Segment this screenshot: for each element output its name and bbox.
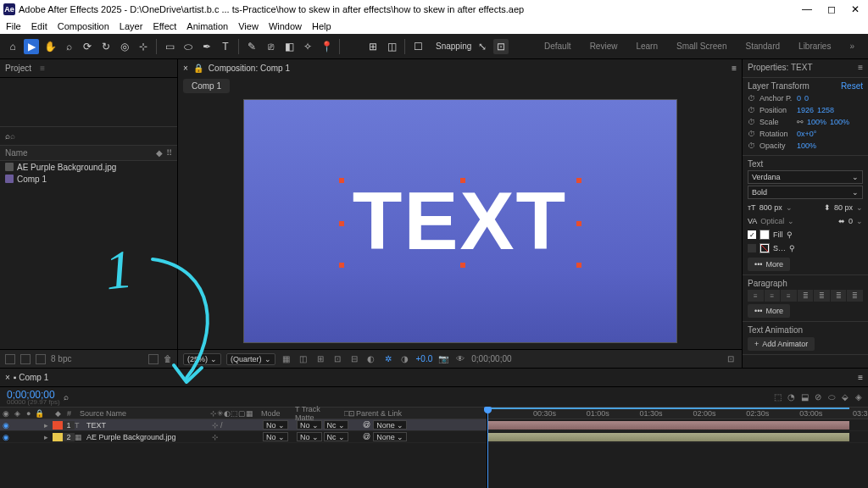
anchor-x[interactable]: 0	[797, 94, 801, 103]
stopwatch-icon[interactable]: ⏱	[748, 118, 756, 126]
justify-center[interactable]: ≣	[814, 290, 830, 302]
pickwhip-icon[interactable]: @	[363, 432, 370, 441]
color-mgmt-icon[interactable]: ✲	[382, 353, 394, 365]
maximize-button[interactable]: ◻	[827, 3, 836, 15]
snap-mode-icon[interactable]: ⊡	[493, 39, 509, 54]
tl-comp-icon[interactable]: ⬚	[771, 391, 783, 403]
layer-color[interactable]	[53, 421, 63, 430]
show-snapshot-icon[interactable]: 👁	[454, 353, 466, 365]
panel-menu-icon[interactable]: ≡	[40, 64, 45, 73]
rotate-tool[interactable]: ↻	[98, 39, 114, 54]
workspace-overflow[interactable]: »	[841, 38, 863, 54]
comp-breadcrumb[interactable]: Comp 1	[183, 79, 230, 93]
stroke-swatch[interactable]	[760, 243, 770, 253]
layer-name[interactable]: AE Purple Background.jpg	[85, 433, 212, 441]
col-mode[interactable]: Mode	[259, 409, 292, 418]
col-track[interactable]: T Track Matte	[292, 405, 342, 422]
stroke-checkbox[interactable]	[748, 244, 756, 252]
col-parent[interactable]: Parent & Link	[353, 409, 404, 418]
zoom-tool[interactable]: ⌕	[61, 39, 76, 54]
layer-track[interactable]	[487, 419, 868, 431]
new-folder-icon[interactable]	[20, 354, 31, 364]
position-x[interactable]: 1926	[797, 106, 814, 114]
composition-tab[interactable]: Composition: Comp 1	[209, 64, 290, 73]
workspace-review[interactable]: Review	[581, 38, 626, 54]
clone-tool[interactable]: ⎚	[263, 39, 278, 54]
mesh-icon[interactable]: ⊞	[365, 39, 381, 54]
transform-handle[interactable]	[460, 178, 465, 183]
visibility-toggle[interactable]: ◉	[0, 433, 12, 441]
rotation-val[interactable]: 0x+0°	[797, 130, 816, 138]
project-item[interactable]: AE Purple Background.jpg	[0, 161, 177, 173]
track-matte-dd[interactable]: No⌄	[297, 432, 322, 441]
composition-viewer[interactable]: TEXT	[178, 93, 742, 349]
close-button[interactable]: ✕	[851, 3, 860, 15]
canvas[interactable]: TEXT	[243, 99, 677, 343]
timeline-search-input[interactable]	[69, 392, 153, 402]
stopwatch-icon[interactable]: ⏱	[748, 106, 756, 114]
fill-swatch[interactable]	[760, 230, 770, 240]
font-size-val[interactable]: 800 px	[760, 203, 782, 212]
workspace-small[interactable]: Small Screen	[668, 38, 735, 54]
menu-edit[interactable]: Edit	[29, 21, 50, 31]
add-animator-button[interactable]: + Add Animator	[748, 337, 815, 351]
tl-draft3d-icon[interactable]: ⬙	[839, 391, 851, 403]
close-tab-icon[interactable]: ×	[183, 64, 188, 73]
weight-dropdown[interactable]: Bold⌄	[748, 186, 863, 199]
tl-shy-icon[interactable]: ◔	[785, 391, 797, 403]
kerning-dd[interactable]: Optical	[760, 217, 784, 225]
more-paragraph-button[interactable]: ••• More	[748, 304, 790, 318]
stopwatch-icon[interactable]: ⏱	[748, 141, 756, 150]
exposure-reset-icon[interactable]: ◑	[399, 353, 411, 365]
track-matte-dd[interactable]: Nc⌄	[324, 432, 348, 441]
transform-handle[interactable]	[576, 221, 581, 226]
project-search-input[interactable]	[10, 131, 172, 141]
resolution-dropdown[interactable]: (Quarter)⌄	[226, 353, 275, 365]
project-panel-title[interactable]: Project	[5, 64, 31, 73]
align-left[interactable]: ≡	[748, 290, 764, 302]
tl-motion-blur-icon[interactable]: ⊘	[812, 391, 824, 403]
tl-graph-icon[interactable]: ⬭	[826, 391, 837, 403]
snapshot-icon[interactable]: 📷	[437, 353, 449, 365]
interpret-icon[interactable]	[5, 354, 15, 364]
toggle-mask-icon[interactable]: ◫	[298, 353, 309, 365]
eyedropper-icon[interactable]: ⚲	[787, 230, 793, 239]
menu-layer[interactable]: Layer	[117, 21, 146, 31]
new-bin-icon[interactable]	[148, 354, 159, 364]
opacity-val[interactable]: 100%	[797, 141, 816, 150]
menu-view[interactable]: View	[236, 21, 261, 31]
minimize-button[interactable]: —	[802, 3, 812, 15]
menu-file[interactable]: File	[3, 21, 24, 31]
lock-icon[interactable]: 🔒	[193, 64, 203, 73]
roto-tool[interactable]: ✧	[300, 39, 315, 54]
snap-toggle[interactable]: ☐	[410, 39, 426, 54]
playhead[interactable]	[487, 408, 488, 488]
orbit-tool[interactable]: ⟳	[80, 39, 95, 54]
text-layer[interactable]: TEXT	[353, 175, 567, 268]
bpc-button[interactable]: 8 bpc	[51, 354, 71, 363]
layer-row[interactable]: ◉ ▸ 2 ▦ AE Purple Background.jpg ⊹ No⌄ N…	[0, 431, 487, 443]
menu-help[interactable]: Help	[309, 21, 334, 31]
toggle-guides-icon[interactable]: ⊟	[348, 353, 360, 365]
parent-dd[interactable]: None⌄	[373, 420, 407, 430]
mask-icon[interactable]: ◫	[384, 39, 399, 54]
fill-checkbox[interactable]: ✓	[748, 230, 756, 239]
reset-link[interactable]: Reset	[841, 81, 863, 91]
eraser-tool[interactable]: ◧	[281, 39, 297, 54]
blend-mode-dd[interactable]: No⌄	[263, 432, 288, 441]
twirl-icon[interactable]: ▸	[44, 433, 53, 441]
transform-handle[interactable]	[339, 178, 344, 183]
visibility-toggle[interactable]: ◉	[0, 421, 12, 430]
col-type-icon[interactable]: ◆	[156, 148, 163, 158]
ellipse-tool[interactable]: ⬭	[181, 39, 196, 54]
col-source-name[interactable]: Source Name	[76, 409, 208, 418]
panel-menu-icon[interactable]: ≡	[858, 373, 863, 382]
layer-track[interactable]	[487, 431, 868, 443]
rectangle-tool[interactable]: ▭	[162, 39, 177, 54]
menu-window[interactable]: Window	[266, 21, 304, 31]
puppet-tool[interactable]: 📍	[319, 39, 334, 54]
anchor-tool[interactable]: ⊹	[136, 39, 151, 54]
unified-camera-tool[interactable]: ◎	[117, 39, 132, 54]
new-comp-icon[interactable]	[36, 354, 46, 364]
menu-composition[interactable]: Composition	[55, 21, 112, 31]
